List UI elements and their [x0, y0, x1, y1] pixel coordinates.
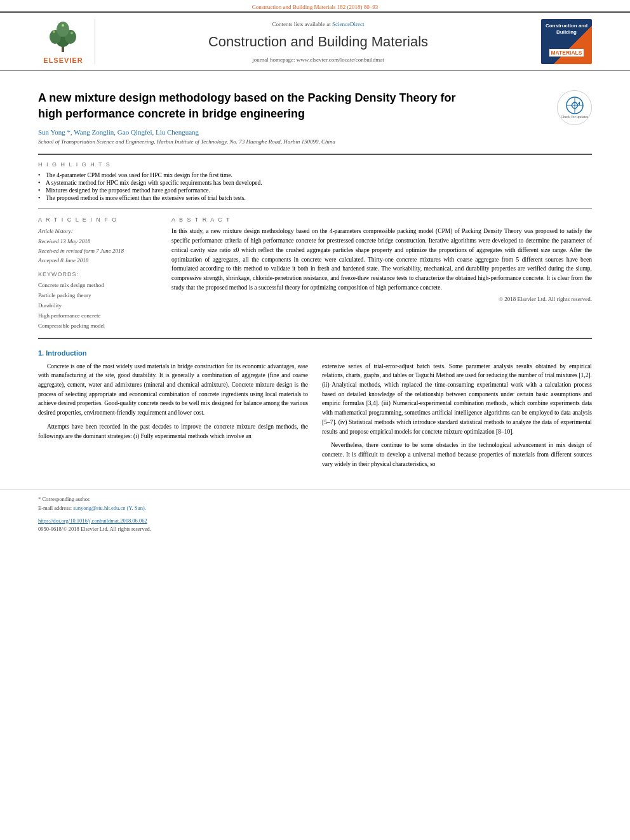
elsevier-logo: ELSEVIER	[38, 19, 95, 64]
received-date: Received 13 May 2018	[38, 237, 159, 246]
intro-two-col: Concrete is one of the most widely used …	[38, 362, 592, 474]
header-center: Contents lists available at ScienceDirec…	[102, 19, 535, 64]
svg-point-4	[57, 22, 69, 37]
thick-divider-1	[38, 154, 592, 155]
header-section: ELSEVIER Contents lists available at Sci…	[0, 11, 630, 71]
authors: Sun Yong *, Wang Zonglin, Gao Qingfei, L…	[38, 128, 592, 136]
journal-citation: Construction and Building Materials 182 …	[252, 4, 378, 10]
section-number: 1.	[38, 349, 44, 357]
highlights-list: The 4-parameter CPM model was used for H…	[38, 171, 592, 202]
journal-logo-right: Construction and Building MATERIALS	[541, 19, 592, 64]
keyword-item: High performance concrete	[38, 310, 159, 321]
doi-line: https://doi.org/10.1016/j.conbuildmat.20…	[38, 517, 592, 526]
svg-point-7	[62, 24, 64, 27]
intro-para1: Concrete is one of the most widely used …	[38, 362, 308, 418]
intro-para2: Attempts have been recorded in the past …	[38, 422, 308, 441]
abstract-label: A B S T R A C T	[171, 217, 592, 223]
check-updates-label: Check for updates	[561, 115, 589, 119]
issn-line: 0950-0618/© 2018 Elsevier Ltd. All right…	[38, 525, 592, 534]
page: Construction and Building Materials 182 …	[0, 0, 630, 840]
keywords-list: Concrete mix design method Particle pack…	[38, 280, 159, 331]
article-title: A new mixture design methodology based o…	[38, 90, 470, 122]
section-title: Introduction	[46, 349, 86, 357]
highlight-item: Mixtures designed by the proposed method…	[38, 187, 592, 194]
keywords-label: Keywords:	[38, 271, 159, 277]
elsevier-tree-icon	[43, 19, 84, 54]
sciencedirect-line: Contents lists available at ScienceDirec…	[272, 21, 365, 27]
highlight-item: The proposed method is more efficient th…	[38, 194, 592, 202]
intro-right-col: extensive series of trial-error-adjust b…	[322, 362, 592, 474]
highlights-section: H I G H L I G H T S The 4-parameter CPM …	[38, 161, 592, 202]
affiliation: School of Transportation Science and Eng…	[38, 138, 592, 145]
logo-title: Construction and Building	[544, 23, 589, 36]
thick-divider-2	[38, 338, 592, 339]
svg-point-6	[70, 32, 73, 34]
check-updates-icon	[565, 96, 584, 115]
logo-sub: MATERIALS	[549, 49, 584, 57]
keyword-item: Particle packing theory	[38, 290, 159, 300]
two-col-info-abstract: A R T I C L E I N F O Article history: R…	[38, 217, 592, 331]
footer-section: * Corresponding author. E-mail address: …	[0, 490, 630, 538]
author-list[interactable]: Sun Yong *, Wang Zonglin, Gao Qingfei, L…	[38, 128, 199, 136]
check-for-updates-badge: Check for updates	[557, 90, 592, 125]
highlight-item: A systematic method for HPC mix design w…	[38, 179, 592, 187]
contents-label: Contents lists available at	[272, 21, 331, 27]
journal-top-bar: Construction and Building Materials 182 …	[0, 0, 630, 11]
journal-title-header: Construction and Building Materials	[208, 34, 428, 50]
highlights-label: H I G H L I G H T S	[38, 161, 592, 168]
abstract-section: A B S T R A C T In this study, a new mix…	[171, 217, 592, 331]
keyword-item: Concrete mix design method	[38, 280, 159, 290]
doi-link[interactable]: https://doi.org/10.1016/j.conbuildmat.20…	[38, 517, 147, 524]
article-body: A new mixture design methodology based o…	[0, 71, 630, 483]
section-heading: 1. Introduction	[38, 349, 592, 357]
intro-right-para2: Nevertheless, there continue to be some …	[322, 441, 592, 469]
accepted-date: Accepted 8 June 2018	[38, 256, 159, 265]
revised-date: Received in revised form 7 June 2018	[38, 246, 159, 256]
intro-right-para1: extensive series of trial-error-adjust b…	[322, 362, 592, 437]
email-note: E-mail address: sunyong@stu.hit.edu.cn (…	[38, 504, 592, 513]
elsevier-wordmark: ELSEVIER	[43, 57, 83, 64]
copyright-line: © 2018 Elsevier Ltd. All rights reserved…	[171, 296, 592, 302]
journal-homepage: journal homepage: www.elsevier.com/locat…	[252, 57, 384, 63]
history-label: Article history:	[38, 227, 159, 236]
email-link[interactable]: sunyong@stu.hit.edu.cn (Y. Sun).	[73, 505, 146, 511]
highlight-item: The 4-parameter CPM model was used for H…	[38, 171, 592, 179]
sciencedirect-link[interactable]: ScienceDirect	[332, 21, 364, 27]
abstract-text: In this study, a new mixture design meth…	[171, 227, 592, 292]
section-divider-1	[38, 208, 592, 209]
intro-left-col: Concrete is one of the most widely used …	[38, 362, 308, 474]
article-history: Article history: Received 13 May 2018 Re…	[38, 227, 159, 265]
article-info-col: A R T I C L E I N F O Article history: R…	[38, 217, 159, 331]
keyword-item: Durability	[38, 300, 159, 310]
svg-point-5	[53, 30, 55, 33]
article-info-label: A R T I C L E I N F O	[38, 217, 159, 223]
introduction-section: 1. Introduction Concrete is one of the m…	[38, 349, 592, 474]
corresponding-author-note: * Corresponding author.	[38, 495, 592, 504]
keyword-item: Compressible packing model	[38, 321, 159, 331]
